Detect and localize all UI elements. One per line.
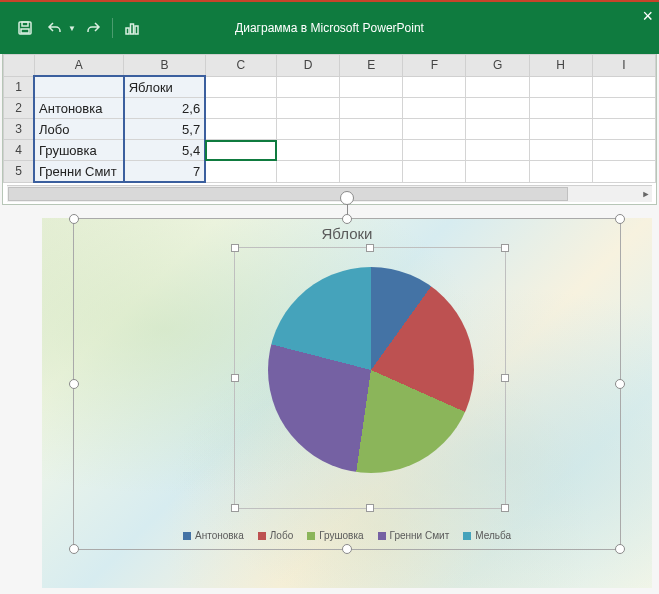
- table-row[interactable]: 4 Грушовка 5,4: [4, 140, 656, 161]
- resize-handle[interactable]: [615, 544, 625, 554]
- legend-item[interactable]: Мельба: [463, 530, 511, 541]
- row-header[interactable]: 1: [4, 76, 35, 98]
- select-all-corner[interactable]: [4, 55, 35, 77]
- rotate-handle[interactable]: [340, 191, 354, 205]
- resize-handle[interactable]: [69, 544, 79, 554]
- cell[interactable]: [205, 119, 276, 140]
- cell[interactable]: Гренни Смит: [34, 161, 124, 183]
- cell[interactable]: Антоновка: [34, 98, 124, 119]
- cell[interactable]: Лобо: [34, 119, 124, 140]
- resize-handle[interactable]: [366, 504, 374, 512]
- cell[interactable]: 2,6: [124, 98, 206, 119]
- resize-handle[interactable]: [615, 214, 625, 224]
- legend-item[interactable]: Грушовка: [307, 530, 363, 541]
- resize-handle[interactable]: [501, 504, 509, 512]
- cell[interactable]: 5,7: [124, 119, 206, 140]
- cell[interactable]: [529, 161, 592, 183]
- chart-title[interactable]: Яблоки: [74, 225, 620, 242]
- resize-handle[interactable]: [615, 379, 625, 389]
- slide-canvas[interactable]: Яблоки АнтоновкаЛобоГрушовкаГренни СмитМ…: [42, 218, 652, 588]
- legend-item[interactable]: Лобо: [258, 530, 293, 541]
- active-cell[interactable]: [205, 140, 276, 161]
- cell[interactable]: [466, 161, 529, 183]
- cell[interactable]: [277, 76, 340, 98]
- resize-handle[interactable]: [342, 544, 352, 554]
- col-header[interactable]: A: [34, 55, 124, 77]
- resize-handle[interactable]: [69, 379, 79, 389]
- cell[interactable]: [277, 119, 340, 140]
- table-row[interactable]: 1 Яблоки: [4, 76, 656, 98]
- table-row[interactable]: 3 Лобо 5,7: [4, 119, 656, 140]
- resize-handle[interactable]: [501, 374, 509, 382]
- col-header[interactable]: D: [277, 55, 340, 77]
- horizontal-scrollbar[interactable]: ◄ ►: [7, 185, 652, 202]
- cell[interactable]: [205, 76, 276, 98]
- cell[interactable]: [340, 76, 403, 98]
- cell[interactable]: 5,4: [124, 140, 206, 161]
- cell[interactable]: [340, 161, 403, 183]
- cell[interactable]: [403, 119, 466, 140]
- legend-item[interactable]: Гренни Смит: [378, 530, 450, 541]
- cell[interactable]: [466, 119, 529, 140]
- table-row[interactable]: 5 Гренни Смит 7: [4, 161, 656, 183]
- spreadsheet-grid[interactable]: A B C D E F G H I 1 Яблоки 2 Антоновка 2…: [3, 54, 656, 183]
- resize-handle[interactable]: [231, 374, 239, 382]
- cell[interactable]: [592, 76, 655, 98]
- cell[interactable]: [592, 119, 655, 140]
- cell[interactable]: 7: [124, 161, 206, 183]
- col-header[interactable]: B: [124, 55, 206, 77]
- cell[interactable]: [403, 161, 466, 183]
- undo-button[interactable]: [42, 15, 68, 41]
- col-header[interactable]: C: [205, 55, 276, 77]
- cell[interactable]: [340, 119, 403, 140]
- cell[interactable]: [340, 140, 403, 161]
- cell[interactable]: [529, 98, 592, 119]
- chart-legend[interactable]: АнтоновкаЛобоГрушовкаГренни СмитМельба: [74, 530, 620, 541]
- cell[interactable]: [466, 98, 529, 119]
- resize-handle[interactable]: [231, 504, 239, 512]
- cell[interactable]: [592, 161, 655, 183]
- cell[interactable]: [529, 119, 592, 140]
- cell[interactable]: [340, 98, 403, 119]
- cell[interactable]: Грушовка: [34, 140, 124, 161]
- cell[interactable]: Яблоки: [124, 76, 206, 98]
- col-header[interactable]: I: [592, 55, 655, 77]
- pie-chart[interactable]: [268, 267, 474, 473]
- cell[interactable]: [466, 76, 529, 98]
- scroll-thumb[interactable]: [8, 187, 568, 201]
- cell[interactable]: [205, 98, 276, 119]
- row-header[interactable]: 4: [4, 140, 35, 161]
- cell[interactable]: [529, 76, 592, 98]
- cell[interactable]: [277, 98, 340, 119]
- resize-handle[interactable]: [69, 214, 79, 224]
- save-button[interactable]: [12, 15, 38, 41]
- cell[interactable]: [205, 161, 276, 183]
- cell[interactable]: [592, 98, 655, 119]
- col-header[interactable]: E: [340, 55, 403, 77]
- row-header[interactable]: 5: [4, 161, 35, 183]
- cell[interactable]: [466, 140, 529, 161]
- col-header[interactable]: H: [529, 55, 592, 77]
- undo-dropdown-icon[interactable]: ▼: [68, 24, 76, 33]
- cell[interactable]: [403, 98, 466, 119]
- redo-button[interactable]: [80, 15, 106, 41]
- cell[interactable]: [403, 140, 466, 161]
- cell[interactable]: [34, 76, 124, 98]
- chart-object-frame[interactable]: Яблоки АнтоновкаЛобоГрушовкаГренни СмитМ…: [73, 218, 621, 550]
- table-row[interactable]: 2 Антоновка 2,6: [4, 98, 656, 119]
- scroll-right-icon[interactable]: ►: [638, 186, 654, 202]
- resize-handle[interactable]: [366, 244, 374, 252]
- cell[interactable]: [529, 140, 592, 161]
- close-icon[interactable]: ×: [642, 6, 653, 27]
- row-header[interactable]: 3: [4, 119, 35, 140]
- chart-tool-button[interactable]: [119, 15, 145, 41]
- resize-handle[interactable]: [501, 244, 509, 252]
- cell[interactable]: [277, 140, 340, 161]
- cell[interactable]: [403, 76, 466, 98]
- col-header[interactable]: F: [403, 55, 466, 77]
- row-header[interactable]: 2: [4, 98, 35, 119]
- cell[interactable]: [277, 161, 340, 183]
- resize-handle[interactable]: [342, 214, 352, 224]
- col-header[interactable]: G: [466, 55, 529, 77]
- resize-handle[interactable]: [231, 244, 239, 252]
